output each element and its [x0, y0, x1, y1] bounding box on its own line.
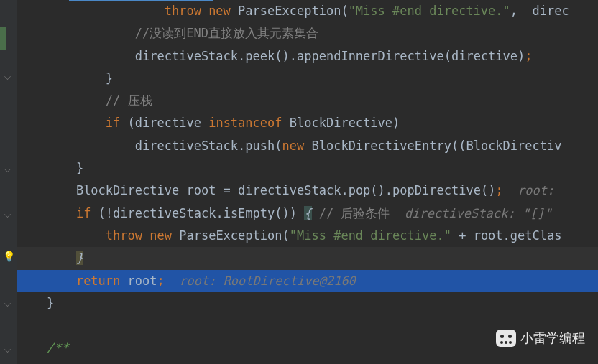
watermark: 小雷学编程: [496, 330, 585, 347]
code-token: throw: [165, 4, 208, 18]
code-token: (: [341, 4, 348, 18]
code-token: directiveStack: [238, 183, 341, 197]
code-token: .: [503, 228, 510, 243]
code-line[interactable]: if (!directiveStack.isEmpty()) { // 后验条件…: [17, 202, 598, 225]
code-token: }: [47, 296, 54, 310]
code-token: ;: [495, 183, 502, 197]
code-token: {: [304, 206, 311, 220]
code-line[interactable]: BlockDirective root = directiveStack.pop…: [17, 179, 598, 202]
code-token: ): [518, 49, 525, 63]
gutter-active-indicator: [0, 27, 6, 50]
watermark-text: 小雷学编程: [520, 330, 585, 347]
code-token: +: [451, 228, 474, 243]
code-token: (: [275, 139, 282, 153]
code-token: popDirective: [392, 183, 481, 197]
code-token: directiveStack: "[]": [390, 206, 551, 220]
code-token: }: [76, 251, 83, 265]
code-token: directiveStack: [135, 139, 238, 153]
code-token: (!: [98, 206, 113, 220]
code-token: .: [216, 206, 223, 220]
code-token: BlockDirective: [76, 183, 187, 197]
code-token: direc: [525, 4, 569, 18]
code-token: directive: [451, 49, 518, 63]
code-line[interactable]: throw new ParseException("Miss #end dire…: [17, 225, 598, 247]
code-token: getClas: [510, 228, 562, 243]
code-token: if: [106, 116, 128, 130]
code-token: .: [238, 49, 245, 63]
code-token: root: RootDirective@2160: [165, 274, 356, 288]
code-token: =: [224, 183, 238, 197]
code-line[interactable]: if (directive instanceof BlockDirective): [17, 112, 598, 134]
code-token: (): [481, 183, 495, 197]
code-token: (: [128, 116, 135, 130]
code-line[interactable]: return root; root: RootDirective@2160: [17, 270, 598, 292]
code-token: BlockDirectiveEntry: [311, 139, 451, 153]
code-token: throw: [106, 228, 150, 243]
fold-toggle-icon[interactable]: [3, 210, 13, 220]
code-token: ): [392, 116, 400, 130]
fold-toggle-icon[interactable]: [3, 72, 13, 82]
code-token: ((: [451, 139, 466, 153]
code-token: BlockDirective: [290, 116, 392, 130]
code-token: peek: [245, 49, 275, 63]
code-token: // 压栈: [106, 93, 152, 108]
code-token: (: [282, 228, 290, 243]
code-token: push: [245, 139, 275, 153]
code-token: root: [128, 274, 157, 288]
code-token: //没读到END直接放入其元素集合: [135, 26, 318, 40]
code-line[interactable]: }: [17, 247, 598, 269]
code-line[interactable]: throw new ParseException("Miss #end dire…: [17, 0, 598, 22]
code-token: .: [341, 183, 348, 197]
code-line[interactable]: directiveStack.push(new BlockDirectiveEn…: [17, 135, 598, 157]
code-token: BlockDirectiv: [466, 139, 561, 153]
intention-bulb-icon[interactable]: 💡: [3, 251, 13, 261]
code-token: directiveStack: [113, 206, 216, 220]
code-token: root:: [503, 183, 562, 197]
code-token: new: [208, 4, 238, 18]
code-token: }: [106, 71, 113, 85]
code-token: ().: [370, 183, 392, 197]
editor-gutter[interactable]: 💡: [0, 0, 17, 364]
code-token: /**: [47, 340, 69, 355]
code-token: new: [150, 228, 179, 243]
code-token: ParseException: [238, 4, 341, 18]
code-editor[interactable]: 💡 throw new ParseException("Miss #end di…: [0, 0, 598, 364]
code-token: ;: [157, 274, 165, 288]
code-token: directive: [135, 116, 208, 130]
code-token: instanceof: [208, 116, 290, 130]
fold-toggle-icon[interactable]: [3, 299, 13, 309]
code-token: ParseException: [179, 228, 282, 243]
code-token: (: [444, 49, 451, 63]
code-token: isEmpty: [224, 206, 275, 220]
code-line[interactable]: }: [17, 67, 598, 90]
code-line[interactable]: }: [17, 292, 598, 314]
code-token: "Miss #end directive.": [290, 228, 451, 243]
code-token: pop: [349, 183, 371, 197]
fold-toggle-icon[interactable]: [3, 345, 13, 355]
fold-toggle-icon[interactable]: [3, 164, 13, 174]
wechat-icon: [496, 330, 516, 347]
code-token: "Miss #end directive.": [349, 4, 510, 18]
code-line[interactable]: // 压栈: [17, 90, 598, 112]
code-token: if: [76, 206, 98, 220]
code-token: new: [282, 139, 312, 153]
code-token: directiveStack: [135, 49, 238, 63]
code-token: ;: [525, 49, 532, 63]
code-token: // 后验条件: [312, 206, 390, 220]
code-line[interactable]: directiveStack.peek().appendInnerDirecti…: [17, 45, 598, 67]
code-line[interactable]: }: [17, 157, 598, 179]
code-token: root: [474, 228, 503, 243]
code-token: appendInnerDirective: [297, 49, 444, 63]
code-token: }: [76, 161, 83, 175]
code-token: .: [238, 139, 245, 153]
code-token: root: [186, 183, 223, 197]
code-token: return: [76, 274, 128, 288]
code-line[interactable]: //没读到END直接放入其元素集合: [17, 22, 598, 45]
code-token: ().: [275, 49, 297, 63]
code-area[interactable]: throw new ParseException("Miss #end dire…: [17, 0, 598, 364]
code-token: ,: [510, 4, 525, 18]
code-token: ()): [275, 206, 304, 220]
